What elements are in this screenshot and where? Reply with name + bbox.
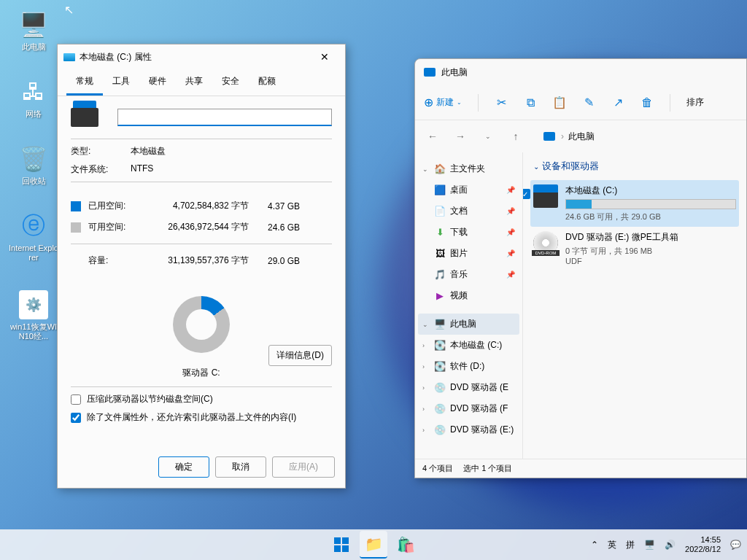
capacity-bytes: 31,139,557,376 字节 xyxy=(139,254,249,267)
copy-icon[interactable]: ⧉ xyxy=(524,96,537,109)
dialog-titlebar[interactable]: 本地磁盘 (C:) 属性 ✕ xyxy=(58,44,345,69)
explorer-sidebar: ⌄🏠主文件夹 🟦桌面📌 📄文档📌 ⬇下载📌 🖼图片📌 🎵音乐📌 ▶视频 ⌄🖥️此… xyxy=(415,152,523,459)
compress-checkbox[interactable] xyxy=(71,394,81,405)
share-icon[interactable]: ↗ xyxy=(611,96,624,109)
forward-button[interactable]: → xyxy=(450,126,471,147)
sidebar-dvd-e[interactable]: ›💿DVD 驱动器 (E xyxy=(418,377,519,398)
index-checkbox-row[interactable]: 除了文件属性外，还允许索引此驱动器上文件的内容(I) xyxy=(71,411,332,424)
sidebar-drive-d[interactable]: ›💽软件 (D:) xyxy=(418,356,519,377)
hdd-icon xyxy=(533,184,558,208)
sidebar-videos[interactable]: ▶视频 xyxy=(418,285,519,306)
tab-tools[interactable]: 工具 xyxy=(103,69,139,96)
explorer-titlebar[interactable]: 此电脑 xyxy=(415,59,746,85)
status-selected: 选中 1 个项目 xyxy=(463,463,512,474)
close-button[interactable]: ✕ xyxy=(310,47,339,67)
ime-mode[interactable]: 拼 xyxy=(626,539,635,551)
used-label: 已用空间: xyxy=(88,200,139,212)
cut-icon[interactable]: ✂ xyxy=(495,96,508,109)
explorer-toolbar: ⊕新建⌄ ✂ ⧉ 📋 ✎ ↗ 🗑 排序 xyxy=(415,85,746,120)
drive-c-sub: 24.6 GB 可用，共 29.0 GB xyxy=(565,211,736,222)
rename-icon[interactable]: ✎ xyxy=(582,96,595,109)
free-label: 可用空间: xyxy=(88,221,139,233)
sidebar-dvd-e2[interactable]: ›💿DVD 驱动器 (E:) xyxy=(418,419,519,440)
sidebar-home[interactable]: ⌄🏠主文件夹 xyxy=(418,158,519,179)
drive-large-icon xyxy=(71,108,98,127)
cursor-icon: ↖ xyxy=(64,3,74,17)
capacity-label: 容量: xyxy=(88,254,139,267)
devices-section-header[interactable]: 设备和驱动器 xyxy=(530,160,739,173)
capacity-gb: 29.0 GB xyxy=(249,256,300,266)
taskbar-explorer[interactable]: 📁 xyxy=(360,531,387,559)
drive-c-bar xyxy=(565,199,736,209)
back-button[interactable]: ← xyxy=(422,126,443,147)
ok-button[interactable]: 确定 xyxy=(158,456,209,478)
desktop-icon-this-pc[interactable]: 🖥️此电脑 xyxy=(9,10,58,52)
tab-quota[interactable]: 配额 xyxy=(249,69,285,96)
sidebar-desktop[interactable]: 🟦桌面📌 xyxy=(418,179,519,201)
system-tray: ⌃ 英 拼 🖥️ 🔊 14:55 2022/8/12 💬 xyxy=(591,535,741,554)
drive-c-name: 本地磁盘 (C:) xyxy=(565,184,736,197)
tab-bar: 常规 工具 硬件 共享 安全 配额 xyxy=(58,69,345,96)
tab-sharing[interactable]: 共享 xyxy=(176,69,212,96)
dvd-sub1: 0 字节 可用，共 196 MB xyxy=(565,246,736,257)
free-bytes: 26,436,972,544 字节 xyxy=(139,221,249,233)
up-button[interactable]: ↑ xyxy=(506,126,526,147)
tray-chevron-icon[interactable]: ⌃ xyxy=(591,540,598,550)
volume-label-input[interactable] xyxy=(117,109,332,126)
tab-general[interactable]: 常规 xyxy=(66,69,103,96)
tab-security[interactable]: 安全 xyxy=(212,69,249,96)
sidebar-music[interactable]: 🎵音乐📌 xyxy=(418,264,519,285)
usage-donut-chart xyxy=(173,296,230,353)
pc-icon xyxy=(424,68,436,77)
delete-icon[interactable]: 🗑 xyxy=(640,96,654,109)
sidebar-dvd-f[interactable]: ›💿DVD 驱动器 (F xyxy=(418,398,519,419)
sidebar-downloads[interactable]: ⬇下载📌 xyxy=(418,222,519,243)
cancel-button[interactable]: 取消 xyxy=(215,456,266,478)
drive-item-c[interactable]: 本地磁盘 (C:) 24.6 GB 可用，共 29.0 GB xyxy=(530,180,739,227)
network-icon[interactable]: 🖥️ xyxy=(644,540,655,550)
new-button[interactable]: ⊕新建⌄ xyxy=(424,96,462,109)
dialog-title: 本地磁盘 (C:) 属性 xyxy=(80,51,152,63)
used-bytes: 4,702,584,832 字节 xyxy=(139,200,249,212)
dvd-sub2: UDF xyxy=(565,257,736,265)
explorer-statusbar: 4 个项目 选中 1 个项目 xyxy=(415,459,746,478)
paste-icon[interactable]: 📋 xyxy=(553,96,566,109)
compress-checkbox-row[interactable]: 压缩此驱动器以节约磁盘空间(C) xyxy=(71,393,332,405)
notification-icon[interactable]: 💬 xyxy=(730,540,741,550)
tray-clock[interactable]: 14:55 2022/8/12 xyxy=(685,535,721,554)
free-gb: 24.6 GB xyxy=(249,222,300,233)
sidebar-documents[interactable]: 📄文档📌 xyxy=(418,201,519,222)
properties-dialog: 本地磁盘 (C:) 属性 ✕ 常规 工具 硬件 共享 安全 配额 类型:本地磁盘… xyxy=(57,44,346,489)
fs-label: 文件系统: xyxy=(71,163,131,176)
start-button[interactable] xyxy=(328,531,355,559)
explorer-content: 设备和驱动器 本地磁盘 (C:) 24.6 GB 可用，共 29.0 GB DV… xyxy=(523,152,746,459)
status-item-count: 4 个项目 xyxy=(422,463,453,474)
drive-icon xyxy=(63,53,75,61)
tab-hardware[interactable]: 硬件 xyxy=(139,69,176,96)
apply-button[interactable]: 应用(A) xyxy=(272,456,335,478)
dvd-name: DVD 驱动器 (E:) 微PE工具箱 xyxy=(565,231,736,244)
sort-button[interactable]: 排序 xyxy=(686,96,704,109)
type-value: 本地磁盘 xyxy=(131,145,166,158)
details-button[interactable]: 详细信息(D) xyxy=(268,345,332,366)
dvd-icon xyxy=(533,231,558,254)
explorer-navbar: ← → ⌄ ↑ ›此电脑 xyxy=(415,120,746,152)
ime-lang[interactable]: 英 xyxy=(608,539,616,551)
volume-icon[interactable]: 🔊 xyxy=(665,540,676,550)
free-swatch xyxy=(71,222,81,233)
sidebar-pictures[interactable]: 🖼图片📌 xyxy=(418,243,519,264)
history-button[interactable]: ⌄ xyxy=(478,126,498,147)
desktop-icon-ie[interactable]: ⓔInternet Explorer xyxy=(9,211,58,262)
index-checkbox[interactable] xyxy=(71,413,81,423)
sidebar-this-pc[interactable]: ⌄🖥️此电脑 xyxy=(418,314,519,335)
explorer-title: 此电脑 xyxy=(441,66,468,79)
taskbar-store[interactable]: 🛍️ xyxy=(392,531,419,559)
drive-c-label: 驱动器 C: xyxy=(71,367,332,379)
type-label: 类型: xyxy=(71,145,131,158)
address-bar[interactable]: ›此电脑 xyxy=(533,126,739,147)
sidebar-drive-c[interactable]: ›💽本地磁盘 (C:) xyxy=(418,335,519,356)
desktop-icon-recycle-bin[interactable]: 🗑️回收站 xyxy=(9,144,58,186)
drive-item-dvd[interactable]: DVD 驱动器 (E:) 微PE工具箱 0 字节 可用，共 196 MB UDF xyxy=(530,227,739,270)
desktop-icon-network[interactable]: 🖧网络 xyxy=(9,77,58,119)
desktop-icon-batch[interactable]: ⚙️win11恢复WIN10经... xyxy=(9,290,58,341)
